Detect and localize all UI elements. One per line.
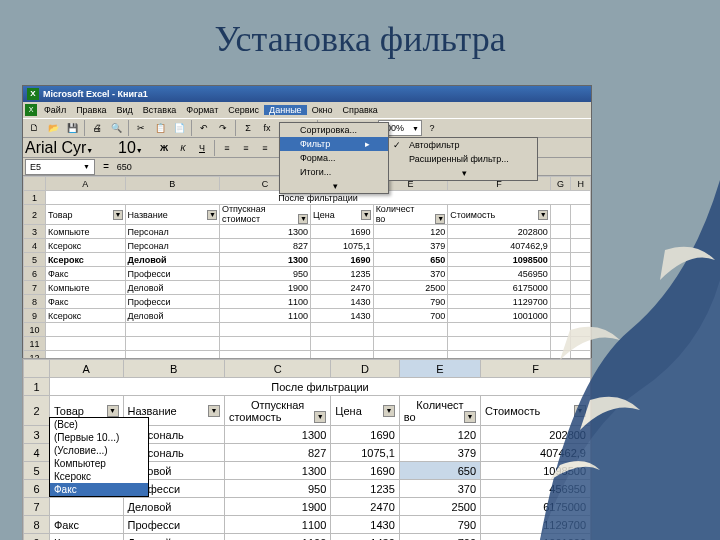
titlebar: X Microsoft Excel - Книга1 [23,86,591,102]
row-7[interactable]: 7 [24,281,46,295]
menu-format[interactable]: Формат [181,105,223,115]
submenu-expand[interactable]: ▾ [389,166,537,180]
cut-icon[interactable]: ✂ [132,119,150,137]
sheet-small: ABCDEFGH 1После фильтрации 2 Товар▼ Назв… [23,176,591,365]
menu-data[interactable]: Данные [264,105,307,115]
bcol-c[interactable]: C [224,360,330,378]
bcol-d[interactable]: D [331,360,400,378]
filter-opt-3[interactable]: Факс [50,483,148,496]
menu-window[interactable]: Окно [307,105,338,115]
bcol-b[interactable]: B [123,360,224,378]
menu-view[interactable]: Вид [112,105,138,115]
new-icon[interactable]: 🗋 [25,119,43,137]
italic-icon[interactable]: К [174,139,192,157]
brow-5[interactable]: 5 [24,462,50,480]
brow-3[interactable]: 3 [24,426,50,444]
font-combo[interactable]: Arial Cyr▼ [25,139,115,157]
row-10[interactable]: 10 [24,323,46,337]
redo-icon[interactable]: ↷ [214,119,232,137]
titlebar-text: Microsoft Excel - Книга1 [43,89,148,99]
brow-4[interactable]: 4 [24,444,50,462]
filter-opt-2[interactable]: Ксерокс [50,470,148,483]
slide-title: Установка фильтра [0,0,720,70]
bfilter-cost[interactable]: ▼ [574,405,586,417]
filter-dd-name[interactable]: ▼ [207,210,217,220]
filter-opt-1[interactable]: Компьютер [50,457,148,470]
filter-dd-otp[interactable]: ▼ [298,214,308,224]
filter-dd-price[interactable]: ▼ [361,210,371,220]
save-icon[interactable]: 💾 [63,119,81,137]
align-center-icon[interactable]: ≡ [237,139,255,157]
menu-tools[interactable]: Сервис [223,105,264,115]
filter-dd-qty[interactable]: ▼ [435,214,445,224]
menu-edit[interactable]: Правка [71,105,111,115]
menu-insert[interactable]: Вставка [138,105,181,115]
menu-file[interactable]: Файл [39,105,71,115]
fx-icon[interactable]: fx [258,119,276,137]
menubar: X Файл Правка Вид Вставка Формат Сервис … [23,102,591,118]
brow-9[interactable]: 9 [24,534,50,541]
row-3[interactable]: 3 [24,225,46,239]
bfilter-otp[interactable]: ▼ [314,411,326,423]
copy-icon[interactable]: 📋 [151,119,169,137]
filter-opt-cond[interactable]: (Условие...) [50,444,148,457]
brow-8[interactable]: 8 [24,516,50,534]
row-2[interactable]: 2 [24,205,46,225]
submenu-autofilter[interactable]: ✓Автофильтр [389,138,537,152]
format-toolbar: Arial Cyr▼ 10▼ Ж К Ч ≡ ≡ ≡ Сортировка...… [23,138,591,158]
row-6[interactable]: 6 [24,267,46,281]
menu-item-sort[interactable]: Сортировка... [280,123,388,137]
brow-6[interactable]: 6 [24,480,50,498]
print-icon[interactable]: 🖨 [88,119,106,137]
menu-item-form[interactable]: Форма... [280,151,388,165]
align-right-icon[interactable]: ≡ [256,139,274,157]
col-g[interactable]: G [550,177,571,191]
menu-item-totals[interactable]: Итоги... [280,165,388,179]
row-1[interactable]: 1 [24,191,46,205]
bsection-title: После фильтрации [50,378,591,396]
menu-item-filter[interactable]: Фильтр▸ [280,137,388,151]
col-a[interactable]: A [46,177,126,191]
col-b[interactable]: B [125,177,219,191]
row-11[interactable]: 11 [24,337,46,351]
filter-opt-top10[interactable]: (Первые 10...) [50,431,148,444]
paste-icon[interactable]: 📄 [170,119,188,137]
bcol-e[interactable]: E [399,360,480,378]
cell-ref-box[interactable]: E5▼ [25,159,95,175]
filter-opt-all[interactable]: (Все) [50,418,148,431]
row-8[interactable]: 8 [24,295,46,309]
help-icon[interactable]: ? [423,119,441,137]
open-icon[interactable]: 📂 [44,119,62,137]
hdr-cost: Стоимость▼ [448,205,551,225]
row-4[interactable]: 4 [24,239,46,253]
fontsize-combo[interactable]: 10▼ [118,139,154,157]
bcol-a[interactable]: A [50,360,124,378]
bfilter-qty[interactable]: ▼ [464,411,476,423]
excel-icon: X [27,88,39,100]
fx-label: = [103,161,109,172]
row-5[interactable]: 5 [24,253,46,267]
menu-help[interactable]: Справка [338,105,383,115]
row-9[interactable]: 9 [24,309,46,323]
bold-icon[interactable]: Ж [155,139,173,157]
submenu-advanced[interactable]: Расширенный фильтр... [389,152,537,166]
underline-icon[interactable]: Ч [193,139,211,157]
menu-expand[interactable]: ▾ [280,179,388,193]
bcol-f[interactable]: F [481,360,591,378]
bfilter-name[interactable]: ▼ [208,405,220,417]
brow-1[interactable]: 1 [24,378,50,396]
bfilter-price[interactable]: ▼ [383,405,395,417]
col-h[interactable]: H [571,177,591,191]
data-menu-popup: Сортировка... Фильтр▸ Форма... Итоги... … [279,122,389,194]
brow-2[interactable]: 2 [24,396,50,426]
undo-icon[interactable]: ↶ [195,119,213,137]
autofilter-dropdown: (Все) (Первые 10...) (Условие...) Компью… [49,417,149,497]
sum-icon[interactable]: Σ [239,119,257,137]
hdr-tovar: Товар▼ [46,205,126,225]
brow-7[interactable]: 7 [24,498,50,516]
preview-icon[interactable]: 🔍 [107,119,125,137]
filter-dd-tovar[interactable]: ▼ [113,210,123,220]
align-left-icon[interactable]: ≡ [218,139,236,157]
filter-dd-cost[interactable]: ▼ [538,210,548,220]
bfilter-tovar[interactable]: ▼ [107,405,119,417]
